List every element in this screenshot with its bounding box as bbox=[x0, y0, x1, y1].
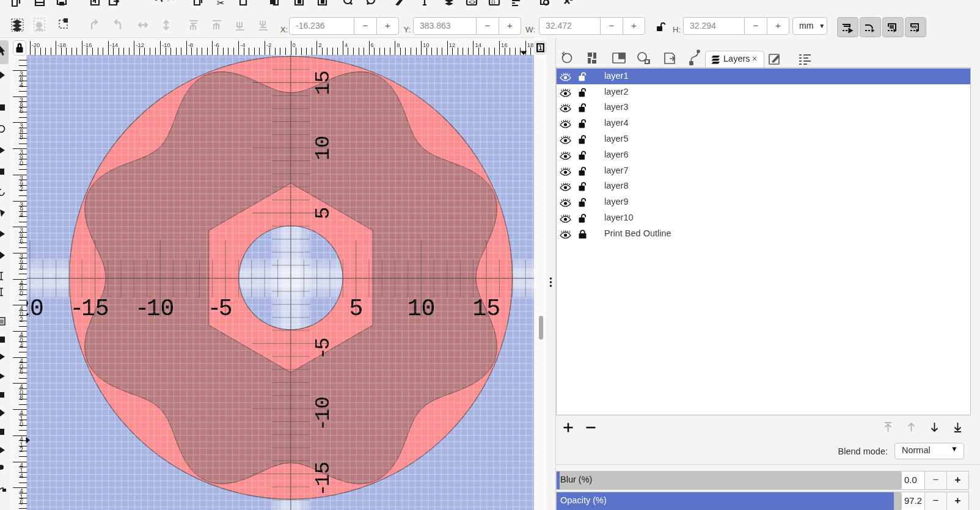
svg-text:6: 6 bbox=[371, 42, 374, 48]
svg-text:{}: {} bbox=[491, 0, 495, 5]
svg-text:396: 396 bbox=[20, 227, 23, 245]
svg-text:386: 386 bbox=[20, 97, 23, 115]
svg-text:✂: ✂ bbox=[217, 0, 225, 8]
svg-text:-6: -6 bbox=[214, 42, 219, 48]
svg-text:388: 388 bbox=[20, 123, 23, 140]
svg-text:12: 12 bbox=[449, 42, 456, 48]
svg-text:404: 404 bbox=[20, 332, 23, 349]
svg-text:2: 2 bbox=[318, 42, 321, 48]
svg-text:402: 402 bbox=[20, 305, 23, 323]
svg-text:-18: -18 bbox=[57, 42, 66, 48]
svg-text:406: 406 bbox=[20, 358, 23, 376]
svg-text:408: 408 bbox=[20, 384, 23, 401]
svg-text:390: 390 bbox=[20, 149, 23, 167]
svg-text:-20: -20 bbox=[32, 42, 40, 48]
svg-text:10: 10 bbox=[423, 42, 430, 48]
svg-text:-10: -10 bbox=[162, 42, 170, 48]
svg-text:-4: -4 bbox=[240, 42, 245, 48]
svg-text:-2: -2 bbox=[266, 42, 271, 48]
svg-text:1: 1 bbox=[538, 44, 542, 51]
svg-text:4: 4 bbox=[345, 42, 348, 48]
svg-text:18: 18 bbox=[527, 42, 534, 48]
svg-text:384: 384 bbox=[20, 71, 23, 89]
svg-text:398: 398 bbox=[20, 253, 23, 271]
svg-text:410: 410 bbox=[20, 410, 23, 428]
svg-text:400: 400 bbox=[20, 280, 23, 297]
svg-text:16: 16 bbox=[501, 42, 508, 48]
svg-text:-12: -12 bbox=[136, 42, 144, 48]
svg-text:0: 0 bbox=[293, 42, 296, 48]
svg-text:392: 392 bbox=[20, 175, 23, 193]
svg-text:8: 8 bbox=[397, 42, 400, 48]
svg-text:14: 14 bbox=[475, 42, 481, 48]
svg-text:414: 414 bbox=[20, 462, 23, 480]
svg-text:-8: -8 bbox=[188, 42, 193, 48]
svg-text:-16: -16 bbox=[84, 42, 92, 48]
svg-text:394: 394 bbox=[20, 202, 23, 219]
svg-text:412: 412 bbox=[20, 436, 23, 454]
svg-text:416: 416 bbox=[20, 488, 23, 506]
svg-text:<>: <> bbox=[469, 0, 476, 5]
svg-text:-14: -14 bbox=[110, 42, 119, 48]
